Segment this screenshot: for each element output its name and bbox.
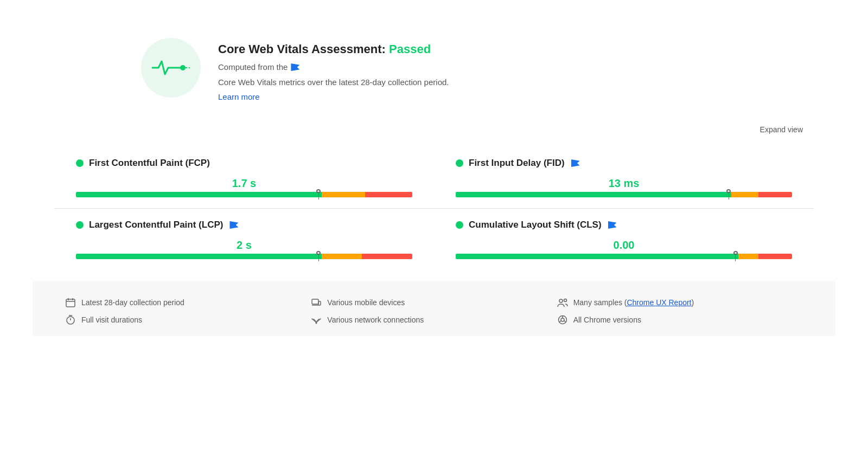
metric-label-text-fcp: First Contentful Paint (FCP) [89, 158, 210, 169]
svg-rect-8 [318, 301, 321, 305]
metric-cell-fid: First Input Delay (FID)13 ms [434, 147, 814, 209]
metric-cell-cls: Cumulative Layout Shift (CLS)0.00 [434, 209, 814, 270]
needle-lcp [318, 252, 319, 261]
bar-orange-fcp [322, 192, 366, 197]
cwv-flag-icon [291, 63, 299, 71]
bar-red-fcp [365, 192, 412, 197]
bar-red-cls [758, 254, 792, 259]
needle-cls [735, 252, 736, 261]
footer-item-text: Latest 28-day collection period [81, 298, 184, 307]
footer-item-text: All Chrome versions [573, 315, 641, 324]
metrics-grid: First Contentful Paint (FCP)1.7 sFirst I… [33, 147, 835, 270]
vitals-icon-circle [141, 38, 201, 98]
bar-green-fcp [76, 192, 322, 197]
needle-line-fid [729, 193, 729, 199]
chrome-icon [557, 314, 568, 325]
metric-label-fcp: First Contentful Paint (FCP) [76, 158, 412, 169]
bar-orange-fid [731, 192, 758, 197]
metric-label-text-lcp: Largest Contentful Paint (LCP) [89, 220, 223, 230]
vitals-waveform-icon [152, 57, 190, 79]
calendar-icon [65, 297, 76, 308]
users-icon [557, 297, 568, 308]
metric-label-cls: Cumulative Layout Shift (CLS) [456, 220, 792, 230]
svg-point-10 [559, 299, 563, 302]
metric-label-fid: First Input Delay (FID) [456, 158, 792, 169]
footer-item-text: Various mobile devices [327, 298, 405, 307]
svg-line-19 [564, 321, 566, 323]
footer-info: Latest 28-day collection periodVarious m… [33, 281, 835, 336]
needle-fid [728, 190, 729, 199]
needle-dot-cls [733, 251, 738, 255]
bar-red-fid [758, 192, 792, 197]
metric-value-fid: 13 ms [456, 177, 792, 190]
assessment-title: Core Web Vitals Assessment: Passed [218, 42, 500, 56]
footer-item-text: Various network connections [327, 315, 424, 324]
header-section: Core Web Vitals Assessment: Passed Compu… [33, 22, 835, 118]
expand-view-bar: Expand view [33, 118, 835, 147]
progress-bar-cls [456, 254, 792, 259]
footer-item: Various network connections [311, 314, 557, 325]
assessment-description: Computed from the Core Web Vitals metric… [218, 61, 500, 89]
metric-value-cls: 0.00 [456, 239, 792, 252]
footer-item: Latest 28-day collection period [65, 297, 311, 308]
progress-bar-lcp [76, 254, 412, 259]
svg-point-1 [180, 65, 186, 70]
metric-cell-lcp: Largest Contentful Paint (LCP)2 s [54, 209, 434, 270]
devices-icon [311, 297, 322, 308]
needle-line-fcp [318, 193, 319, 199]
progress-bar-fcp [76, 192, 412, 197]
footer-item: Various mobile devices [311, 297, 557, 308]
metric-flag-cls [608, 221, 617, 229]
learn-more-link[interactable]: Learn more [218, 92, 500, 101]
metric-cell-fcp: First Contentful Paint (FCP)1.7 s [54, 147, 434, 209]
status-dot-fid [456, 159, 463, 167]
header-text: Core Web Vitals Assessment: Passed Compu… [218, 38, 500, 101]
footer-item: All Chrome versions [557, 314, 803, 325]
status-dot-cls [456, 221, 463, 229]
progress-bar-fid [456, 192, 792, 197]
metric-flag-lcp [229, 221, 238, 229]
bar-green-fid [456, 192, 731, 197]
timer-icon [65, 314, 76, 325]
footer-item-text: Many samples (Chrome UX Report) [573, 298, 694, 307]
metric-label-lcp: Largest Contentful Paint (LCP) [76, 220, 412, 230]
footer-link[interactable]: Chrome UX Report [627, 298, 691, 307]
footer-item-text: Full visit durations [81, 315, 142, 324]
svg-line-20 [559, 321, 561, 323]
needle-line-cls [735, 255, 736, 261]
metric-flag-fid [571, 159, 580, 167]
footer-item: Many samples (Chrome UX Report) [557, 297, 803, 308]
svg-rect-7 [312, 299, 318, 304]
needle-fcp [318, 190, 319, 199]
status-dot-lcp [76, 221, 84, 229]
svg-point-17 [561, 318, 564, 321]
svg-rect-3 [66, 299, 75, 307]
bar-green-cls [456, 254, 738, 259]
bar-orange-lcp [322, 254, 362, 259]
bar-red-lcp [362, 254, 412, 259]
metric-label-text-cls: Cumulative Layout Shift (CLS) [469, 220, 602, 230]
bar-orange-cls [738, 254, 758, 259]
expand-view-button[interactable]: Expand view [760, 123, 803, 136]
svg-point-15 [316, 323, 317, 324]
svg-point-11 [564, 299, 566, 302]
network-icon [311, 314, 322, 325]
metric-value-lcp: 2 s [76, 239, 412, 252]
bar-green-lcp [76, 254, 322, 259]
footer-item: Full visit durations [65, 314, 311, 325]
metric-label-text-fid: First Input Delay (FID) [469, 158, 565, 169]
needle-line-lcp [318, 255, 319, 261]
status-dot-fcp [76, 159, 84, 167]
metric-value-fcp: 1.7 s [76, 177, 412, 190]
